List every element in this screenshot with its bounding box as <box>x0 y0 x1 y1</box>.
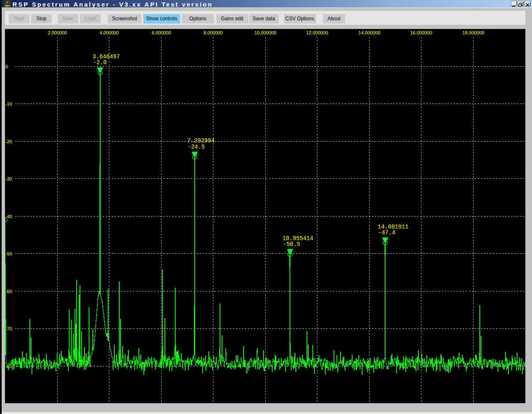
svg-text:10.000000: 10.000000 <box>254 30 276 35</box>
svg-text:-50.5: -50.5 <box>283 241 300 248</box>
svg-text:-50: -50 <box>5 251 12 256</box>
svg-text:2.000000: 2.000000 <box>48 30 67 35</box>
svg-text:-20: -20 <box>5 139 12 144</box>
svg-text:8.000000: 8.000000 <box>203 30 223 35</box>
svg-text:12.000000: 12.000000 <box>306 30 328 35</box>
svg-text:-47.4: -47.4 <box>378 230 395 236</box>
svg-text:18.000000: 18.000000 <box>462 30 484 35</box>
svg-text:-2.0: -2.0 <box>93 60 107 66</box>
svg-text:10.955414: 10.955414 <box>283 236 313 242</box>
svg-text:6.000000: 6.000000 <box>152 30 171 35</box>
svg-text:0: 0 <box>5 64 8 69</box>
svg-text:-10: -10 <box>5 101 12 106</box>
svg-text:-24.5: -24.5 <box>188 144 205 150</box>
svg-text:16.000000: 16.000000 <box>410 30 432 35</box>
svg-text:14.601911: 14.601911 <box>377 224 408 230</box>
svg-text:-30: -30 <box>5 176 12 181</box>
svg-text:4.000000: 4.000000 <box>99 30 119 35</box>
svg-text:-70: -70 <box>5 326 12 331</box>
svg-text:7.292994: 7.292994 <box>187 138 215 144</box>
svg-text:3.646497: 3.646497 <box>92 54 120 60</box>
svg-text:14.000000: 14.000000 <box>358 30 380 35</box>
svg-text:-60: -60 <box>5 289 12 294</box>
